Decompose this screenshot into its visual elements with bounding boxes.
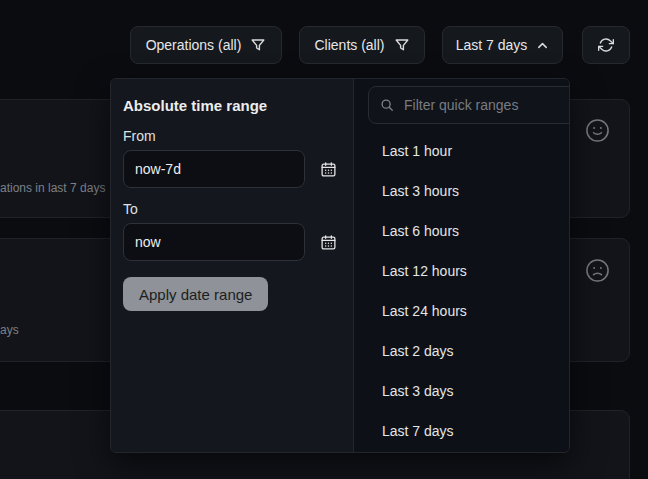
clients-filter-button[interactable]: Clients (all) <box>299 26 425 64</box>
absolute-time-range-title: Absolute time range <box>123 97 339 115</box>
operations-filter-label: Operations (all) <box>146 37 242 53</box>
calendar-icon <box>320 161 337 178</box>
to-input[interactable] <box>123 223 305 261</box>
to-label: To <box>123 201 339 217</box>
quick-range-item[interactable]: Last 24 hours <box>368 291 570 331</box>
time-range-button[interactable]: Last 7 days <box>442 26 563 64</box>
calendar-icon <box>320 234 337 251</box>
quick-ranges-list: Last 1 hourLast 3 hoursLast 6 hoursLast … <box>368 131 570 451</box>
quick-range-item[interactable]: Last 3 hours <box>368 171 570 211</box>
quick-range-item[interactable]: Last 7 days <box>368 411 570 451</box>
quick-range-item[interactable]: Last 2 days <box>368 331 570 371</box>
from-label: From <box>123 128 339 144</box>
search-icon <box>380 98 394 112</box>
from-input[interactable] <box>123 150 305 188</box>
filter-icon <box>250 37 266 53</box>
app-screen: ations in last 7 days ays Operations (al… <box>0 0 648 479</box>
quick-range-item[interactable]: Last 12 hours <box>368 251 570 291</box>
refresh-button[interactable] <box>582 26 630 64</box>
quick-ranges-search[interactable] <box>368 86 570 124</box>
filter-icon <box>394 37 410 53</box>
apply-date-range-button[interactable]: Apply date range <box>123 277 268 311</box>
quick-range-item[interactable]: Last 3 days <box>368 371 570 411</box>
quick-range-item[interactable]: Last 1 hour <box>368 131 570 171</box>
quick-ranges-section: Last 1 hourLast 3 hoursLast 6 hoursLast … <box>353 79 570 452</box>
absolute-time-range-section: Absolute time range From <box>111 79 353 452</box>
to-calendar-button[interactable] <box>319 233 337 251</box>
quick-ranges-filter-input[interactable] <box>402 96 570 114</box>
sad-face-icon <box>584 257 611 284</box>
chevron-up-icon <box>536 39 549 52</box>
operations-filter-button[interactable]: Operations (all) <box>130 26 282 64</box>
card-subtitle-fragment: ations in last 7 days <box>0 181 105 195</box>
refresh-icon <box>598 37 614 53</box>
time-range-label: Last 7 days <box>456 37 528 53</box>
from-calendar-button[interactable] <box>319 160 337 178</box>
clients-filter-label: Clients (all) <box>314 37 384 53</box>
happy-face-icon <box>584 117 611 144</box>
time-picker-panel: Absolute time range From <box>110 78 570 453</box>
quick-range-item[interactable]: Last 6 hours <box>368 211 570 251</box>
card-subtitle-fragment: ays <box>0 323 19 337</box>
